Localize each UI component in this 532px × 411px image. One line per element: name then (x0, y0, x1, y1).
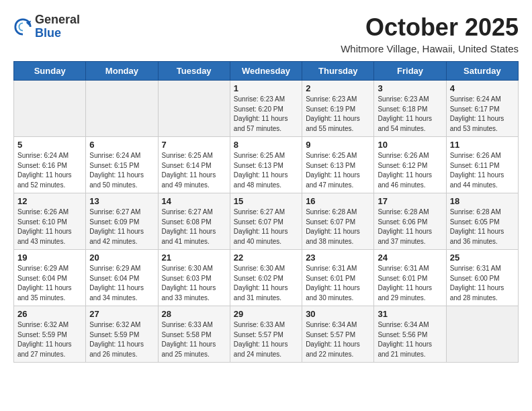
calendar-cell: 1Sunrise: 6:23 AM Sunset: 6:20 PM Daylig… (230, 81, 302, 137)
day-number: 10 (378, 140, 442, 150)
calendar-cell: 18Sunrise: 6:28 AM Sunset: 6:05 PM Dayli… (446, 193, 518, 250)
logo-blue: Blue (35, 26, 61, 40)
page-header: General Blue October 2025 Whitmore Villa… (13, 13, 519, 54)
day-info: Sunrise: 6:26 AM Sunset: 6:11 PM Dayligh… (450, 151, 515, 190)
day-number: 21 (162, 253, 226, 263)
calendar-cell: 3Sunrise: 6:23 AM Sunset: 6:18 PM Daylig… (374, 81, 446, 137)
calendar-cell (158, 81, 230, 137)
day-number: 19 (17, 253, 82, 263)
weekday-header: Friday (374, 62, 446, 81)
calendar-table: SundayMondayTuesdayWednesdayThursdayFrid… (13, 61, 519, 363)
calendar-week-row: 12Sunrise: 6:26 AM Sunset: 6:10 PM Dayli… (14, 193, 519, 250)
day-info: Sunrise: 6:28 AM Sunset: 6:06 PM Dayligh… (378, 208, 442, 246)
calendar-cell: 11Sunrise: 6:26 AM Sunset: 6:11 PM Dayli… (446, 137, 518, 193)
day-info: Sunrise: 6:29 AM Sunset: 6:04 PM Dayligh… (89, 264, 154, 303)
day-number: 29 (234, 309, 298, 319)
weekday-header-row: SundayMondayTuesdayWednesdayThursdayFrid… (14, 62, 519, 81)
logo-icon (13, 17, 32, 36)
day-number: 26 (17, 309, 82, 319)
day-info: Sunrise: 6:23 AM Sunset: 6:19 PM Dayligh… (306, 95, 370, 134)
weekday-header: Sunday (14, 62, 86, 81)
day-info: Sunrise: 6:25 AM Sunset: 6:13 PM Dayligh… (306, 151, 370, 190)
day-number: 1 (234, 83, 298, 93)
day-number: 16 (306, 196, 370, 206)
weekday-header: Thursday (302, 62, 374, 81)
calendar-cell: 9Sunrise: 6:25 AM Sunset: 6:13 PM Daylig… (302, 137, 374, 193)
day-number: 12 (17, 196, 82, 206)
day-info: Sunrise: 6:32 AM Sunset: 5:59 PM Dayligh… (17, 320, 82, 359)
day-info: Sunrise: 6:33 AM Sunset: 5:57 PM Dayligh… (234, 320, 298, 359)
day-info: Sunrise: 6:32 AM Sunset: 5:59 PM Dayligh… (89, 320, 154, 359)
day-number: 7 (162, 140, 226, 150)
location: Whitmore Village, Hawaii, United States (341, 43, 519, 54)
day-info: Sunrise: 6:31 AM Sunset: 6:01 PM Dayligh… (306, 264, 370, 303)
day-info: Sunrise: 6:28 AM Sunset: 6:05 PM Dayligh… (450, 208, 515, 246)
day-number: 23 (306, 253, 370, 263)
day-number: 8 (234, 140, 298, 150)
calendar-week-row: 1Sunrise: 6:23 AM Sunset: 6:20 PM Daylig… (14, 81, 519, 137)
day-number: 5 (17, 140, 82, 150)
calendar-week-row: 19Sunrise: 6:29 AM Sunset: 6:04 PM Dayli… (14, 250, 519, 306)
calendar-cell: 16Sunrise: 6:28 AM Sunset: 6:07 PM Dayli… (302, 193, 374, 250)
calendar-cell: 22Sunrise: 6:30 AM Sunset: 6:02 PM Dayli… (230, 250, 302, 306)
day-info: Sunrise: 6:30 AM Sunset: 6:02 PM Dayligh… (234, 264, 298, 303)
calendar-cell: 29Sunrise: 6:33 AM Sunset: 5:57 PM Dayli… (230, 306, 302, 363)
day-info: Sunrise: 6:33 AM Sunset: 5:58 PM Dayligh… (162, 320, 226, 359)
logo-general: General (35, 13, 80, 26)
calendar-cell: 7Sunrise: 6:25 AM Sunset: 6:14 PM Daylig… (158, 137, 230, 193)
calendar-cell: 14Sunrise: 6:27 AM Sunset: 6:08 PM Dayli… (158, 193, 230, 250)
day-info: Sunrise: 6:29 AM Sunset: 6:04 PM Dayligh… (17, 264, 82, 303)
day-info: Sunrise: 6:31 AM Sunset: 6:01 PM Dayligh… (378, 264, 442, 303)
day-number: 11 (450, 140, 515, 150)
calendar-cell: 23Sunrise: 6:31 AM Sunset: 6:01 PM Dayli… (302, 250, 374, 306)
calendar-cell: 21Sunrise: 6:30 AM Sunset: 6:03 PM Dayli… (158, 250, 230, 306)
day-number: 27 (89, 309, 154, 319)
day-number: 2 (306, 83, 370, 93)
day-number: 6 (89, 140, 154, 150)
day-number: 30 (306, 309, 370, 319)
day-info: Sunrise: 6:34 AM Sunset: 5:57 PM Dayligh… (306, 320, 370, 359)
calendar-week-row: 26Sunrise: 6:32 AM Sunset: 5:59 PM Dayli… (14, 306, 519, 363)
day-number: 24 (378, 253, 442, 263)
calendar-cell: 13Sunrise: 6:27 AM Sunset: 6:09 PM Dayli… (86, 193, 158, 250)
day-info: Sunrise: 6:30 AM Sunset: 6:03 PM Dayligh… (162, 264, 226, 303)
calendar-cell: 6Sunrise: 6:24 AM Sunset: 6:15 PM Daylig… (86, 137, 158, 193)
calendar-cell: 26Sunrise: 6:32 AM Sunset: 5:59 PM Dayli… (14, 306, 86, 363)
day-info: Sunrise: 6:25 AM Sunset: 6:14 PM Dayligh… (162, 151, 226, 190)
day-number: 15 (234, 196, 298, 206)
day-number: 28 (162, 309, 226, 319)
day-number: 14 (162, 196, 226, 206)
day-number: 3 (378, 83, 442, 93)
calendar-cell: 24Sunrise: 6:31 AM Sunset: 6:01 PM Dayli… (374, 250, 446, 306)
day-number: 9 (306, 140, 370, 150)
logo-text: General Blue (35, 13, 80, 40)
calendar-cell (14, 81, 86, 137)
calendar-cell: 2Sunrise: 6:23 AM Sunset: 6:19 PM Daylig… (302, 81, 374, 137)
day-info: Sunrise: 6:27 AM Sunset: 6:09 PM Dayligh… (89, 208, 154, 246)
day-number: 25 (450, 253, 515, 263)
weekday-header: Monday (86, 62, 158, 81)
day-info: Sunrise: 6:23 AM Sunset: 6:18 PM Dayligh… (378, 95, 442, 134)
weekday-header: Saturday (446, 62, 518, 81)
day-info: Sunrise: 6:34 AM Sunset: 5:56 PM Dayligh… (378, 320, 442, 359)
day-info: Sunrise: 6:25 AM Sunset: 6:13 PM Dayligh… (234, 151, 298, 190)
calendar-cell: 10Sunrise: 6:26 AM Sunset: 6:12 PM Dayli… (374, 137, 446, 193)
day-info: Sunrise: 6:24 AM Sunset: 6:16 PM Dayligh… (17, 151, 82, 190)
day-info: Sunrise: 6:23 AM Sunset: 6:20 PM Dayligh… (234, 95, 298, 134)
day-number: 17 (378, 196, 442, 206)
calendar-cell: 19Sunrise: 6:29 AM Sunset: 6:04 PM Dayli… (14, 250, 86, 306)
calendar-cell: 20Sunrise: 6:29 AM Sunset: 6:04 PM Dayli… (86, 250, 158, 306)
day-number: 20 (89, 253, 154, 263)
day-number: 13 (89, 196, 154, 206)
calendar-week-row: 5Sunrise: 6:24 AM Sunset: 6:16 PM Daylig… (14, 137, 519, 193)
day-number: 18 (450, 196, 515, 206)
calendar-cell (446, 306, 518, 363)
day-info: Sunrise: 6:24 AM Sunset: 6:15 PM Dayligh… (89, 151, 154, 190)
month-title: October 2025 (341, 13, 519, 42)
calendar-cell: 25Sunrise: 6:31 AM Sunset: 6:00 PM Dayli… (446, 250, 518, 306)
calendar-cell: 12Sunrise: 6:26 AM Sunset: 6:10 PM Dayli… (14, 193, 86, 250)
day-info: Sunrise: 6:31 AM Sunset: 6:00 PM Dayligh… (450, 264, 515, 303)
calendar-cell: 27Sunrise: 6:32 AM Sunset: 5:59 PM Dayli… (86, 306, 158, 363)
calendar-cell: 30Sunrise: 6:34 AM Sunset: 5:57 PM Dayli… (302, 306, 374, 363)
day-info: Sunrise: 6:24 AM Sunset: 6:17 PM Dayligh… (450, 95, 515, 134)
